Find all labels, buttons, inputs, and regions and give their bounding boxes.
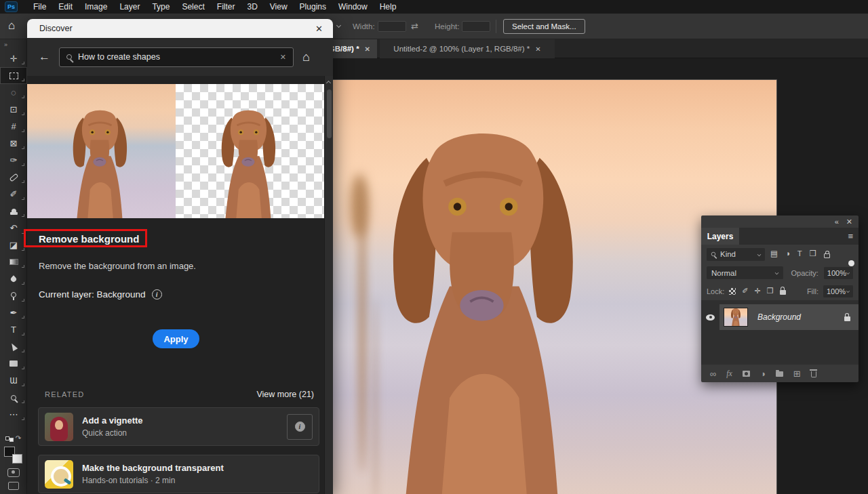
lasso-tool[interactable]: ◌ [0, 84, 27, 101]
search-input[interactable] [78, 52, 274, 62]
pen-tool[interactable]: ✒ [0, 304, 27, 321]
info-icon[interactable] [152, 289, 162, 300]
close-tab-icon[interactable]: ✕ [535, 45, 540, 53]
quick-mask-icon[interactable] [7, 468, 20, 477]
lock-position-icon[interactable]: ✛ [755, 287, 761, 295]
scrollbar[interactable] [324, 76, 333, 494]
lock-transparency-icon[interactable] [729, 288, 736, 295]
menu-item-file[interactable]: File [27, 0, 52, 14]
fill-dropdown[interactable]: 100% [823, 285, 853, 297]
layer-effects-icon[interactable]: fx [726, 369, 732, 379]
filter-shape-icon[interactable]: ❒ [810, 250, 816, 258]
frame-tool[interactable]: ⊠ [0, 135, 27, 152]
document-tab-2[interactable]: Untitled-2 @ 100% (Layer 1, RGB/8#) * ✕ [380, 39, 555, 58]
kind-filter-dropdown[interactable]: Kind [707, 248, 765, 261]
opacity-dropdown[interactable]: 100% [824, 267, 853, 279]
new-layer-icon[interactable]: ⊞ [793, 369, 801, 378]
layer-name[interactable]: Background [757, 312, 801, 322]
type-tool[interactable]: T [0, 321, 27, 338]
lock-artboard-icon[interactable]: ❒ [767, 287, 774, 295]
filter-toggle-icon[interactable] [848, 260, 854, 266]
blend-mode-dropdown[interactable]: Normal [707, 266, 783, 279]
scrollbar-thumb[interactable] [327, 89, 332, 138]
menu-item-plugins[interactable]: Plugins [294, 0, 332, 14]
rectangle-tool[interactable] [0, 355, 27, 372]
filter-smart-object-icon[interactable] [824, 253, 830, 258]
related-header: RELATED View more (21) [45, 390, 314, 399]
panel-menu-icon[interactable]: ≡ [848, 231, 853, 241]
eraser-tool[interactable]: ◪ [0, 236, 27, 253]
color-swatches[interactable] [4, 447, 22, 464]
menu-item-image[interactable]: Image [79, 0, 113, 14]
width-field[interactable] [378, 21, 406, 32]
close-tab-icon[interactable]: ✕ [365, 45, 370, 53]
background-color-swatch[interactable] [12, 454, 22, 464]
add-layer-mask-icon[interactable] [743, 371, 750, 377]
apply-button[interactable]: Apply [153, 329, 199, 348]
menu-item-3d[interactable]: 3D [241, 0, 263, 14]
opacity-label: Opacity: [791, 269, 818, 277]
history-brush-tool[interactable]: ↶ [0, 220, 27, 236]
menu-item-layer[interactable]: Layer [113, 0, 146, 14]
discover-home-icon[interactable]: ⌂ [302, 50, 310, 64]
menu-item-view[interactable]: View [264, 0, 294, 14]
options-dropdown-chevron-icon[interactable] [336, 23, 341, 28]
layer-thumbnail[interactable] [724, 308, 748, 327]
clone-stamp-tool[interactable] [0, 203, 27, 220]
blur-tool[interactable] [0, 270, 27, 287]
filter-adjustment-icon[interactable]: ◑ [785, 250, 790, 258]
default-and-swap-colors[interactable]: ↷ [5, 434, 21, 442]
crop-tool[interactable]: # [0, 118, 27, 135]
layer-row-background[interactable]: Background [701, 304, 859, 330]
related-card[interactable]: Make the background transparentHands-on … [38, 455, 319, 493]
lock-all-icon[interactable] [780, 290, 786, 295]
eyedropper-tool[interactable]: ✑ [0, 152, 27, 169]
collapse-tools-icon[interactable]: » [0, 39, 26, 50]
link-layers-icon[interactable]: ∞ [710, 369, 716, 378]
eye-zone[interactable] [701, 314, 719, 321]
hand-tool[interactable]: Ɯ [0, 372, 27, 389]
lock-label: Lock: [707, 287, 724, 295]
lock-pixels-icon[interactable]: ✐ [742, 287, 748, 295]
visibility-eye-icon[interactable] [706, 314, 715, 321]
menu-item-edit[interactable]: Edit [52, 0, 79, 14]
search-box[interactable]: ✕ [59, 47, 294, 67]
view-more-link[interactable]: View more (21) [256, 390, 314, 399]
new-group-icon[interactable] [776, 371, 783, 377]
path-selection-tool[interactable] [0, 338, 27, 355]
object-selection-tool[interactable]: ⊡ [0, 101, 27, 118]
collapse-panel-icon[interactable]: « [835, 218, 839, 226]
home-icon[interactable]: ⌂ [8, 19, 15, 33]
brush-tool[interactable]: ✐ [0, 186, 27, 203]
filter-image-icon[interactable]: ▤ [770, 250, 778, 258]
scroll-up-icon[interactable] [326, 81, 331, 85]
height-field[interactable] [462, 21, 490, 32]
filter-type-icon[interactable]: T [797, 250, 802, 258]
clear-search-icon[interactable]: ✕ [280, 53, 286, 62]
tab-layers[interactable]: Layers [701, 228, 739, 245]
menu-item-help[interactable]: Help [374, 0, 403, 14]
swap-dimensions-icon[interactable]: ⇄ [411, 21, 418, 31]
delete-layer-icon[interactable] [811, 371, 816, 377]
info-button[interactable] [287, 414, 313, 440]
rectangular-marquee-tool[interactable] [0, 67, 27, 84]
close-icon[interactable]: ✕ [315, 24, 323, 34]
move-tool[interactable]: ✛ [0, 50, 27, 67]
dodge-tool[interactable] [0, 287, 27, 304]
menu-item-select[interactable]: Select [176, 0, 210, 14]
swap-colors-icon[interactable]: ↷ [16, 434, 21, 442]
screen-mode-icon[interactable] [8, 482, 19, 490]
new-adjustment-layer-icon[interactable]: ◑ [760, 369, 766, 378]
zoom-tool[interactable] [0, 389, 27, 406]
menu-item-window[interactable]: Window [332, 0, 374, 14]
related-card[interactable]: Add a vignetteQuick action [38, 407, 319, 446]
select-and-mask-button[interactable]: Select and Mask... [503, 19, 585, 34]
back-arrow-icon[interactable]: ← [39, 50, 50, 64]
close-panel-icon[interactable]: ✕ [846, 218, 852, 226]
menu-item-type[interactable]: Type [146, 0, 176, 14]
spot-healing-brush-tool[interactable] [0, 169, 27, 186]
layers-bottom-icons: ∞fx◑⊞ [701, 365, 859, 382]
menu-item-filter[interactable]: Filter [211, 0, 241, 14]
gradient-tool[interactable] [0, 253, 27, 270]
more-tools[interactable]: ⋯ [0, 406, 27, 423]
